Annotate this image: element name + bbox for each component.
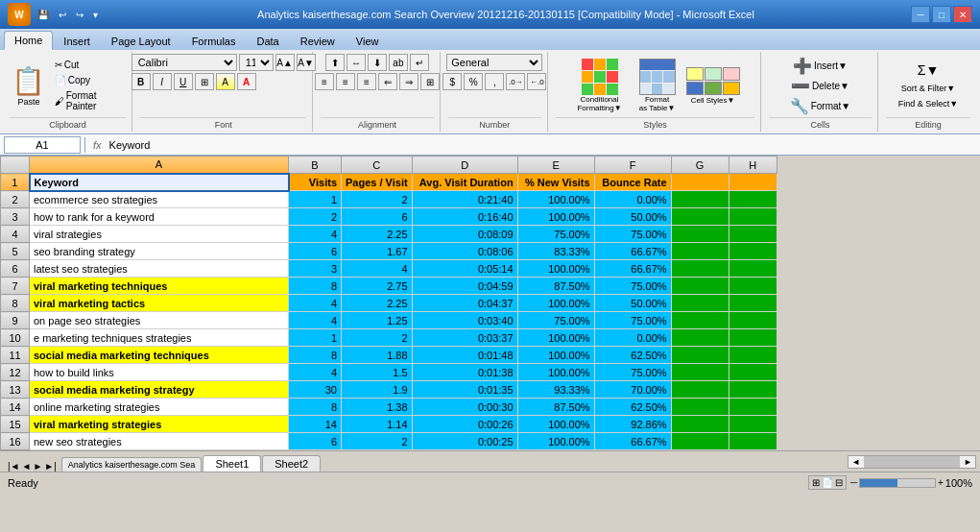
cell-D6[interactable]: 0:05:14 [412, 260, 517, 278]
sheet-tab-sheet1[interactable]: Sheet1 [203, 455, 261, 472]
cell-E3[interactable]: 100.00% [517, 208, 594, 226]
row-number-10[interactable]: 10 [1, 329, 30, 347]
page-break-btn[interactable]: ⊟ [835, 477, 843, 488]
underline-button[interactable]: U [174, 73, 193, 90]
scroll-left-btn[interactable]: ◄ [849, 457, 863, 467]
cell-D3[interactable]: 0:16:40 [412, 208, 517, 226]
col-header-a[interactable]: A [30, 157, 289, 174]
cell-G4[interactable] [671, 226, 729, 243]
cell-C11[interactable]: 1.88 [342, 347, 413, 364]
cell-A12[interactable]: how to build links [30, 364, 289, 381]
cell-D12[interactable]: 0:01:38 [412, 364, 517, 381]
cell-B6[interactable]: 3 [289, 260, 342, 278]
cell-F14[interactable]: 62.50% [594, 399, 671, 416]
col-header-f[interactable]: F [594, 157, 671, 174]
zoom-in-btn[interactable]: + [938, 477, 944, 488]
row-number-4[interactable]: 4 [1, 226, 30, 243]
cell-E16[interactable]: 100.00% [517, 433, 594, 450]
increase-indent-btn[interactable]: ⇒ [399, 73, 418, 90]
normal-view-btn[interactable]: ⊞ [812, 477, 820, 488]
cell-C6[interactable]: 4 [342, 260, 413, 278]
cell-E6[interactable]: 100.00% [517, 260, 594, 278]
align-center-btn[interactable]: ≡ [336, 73, 355, 90]
cell-C3[interactable]: 6 [342, 208, 413, 226]
merge-btn[interactable]: ⊞ [420, 73, 440, 90]
cell-D1[interactable]: Avg. Visit Duration [412, 174, 517, 191]
cell-C7[interactable]: 2.75 [342, 278, 413, 295]
row-number-5[interactable]: 5 [1, 243, 30, 260]
cell-E4[interactable]: 75.00% [517, 226, 594, 243]
col-header-g[interactable]: G [671, 157, 729, 174]
cell-G14[interactable] [671, 399, 729, 416]
sheet-last-btn[interactable]: ►| [44, 461, 57, 472]
cell-H12[interactable] [729, 364, 777, 381]
cell-B16[interactable]: 6 [289, 433, 342, 450]
decrease-font-btn[interactable]: A▼ [297, 54, 316, 71]
cell-D8[interactable]: 0:04:37 [412, 295, 517, 312]
cell-C9[interactable]: 1.25 [342, 312, 413, 329]
decrease-indent-btn[interactable]: ⇐ [378, 73, 397, 90]
cell-C10[interactable]: 2 [342, 329, 413, 347]
cell-B12[interactable]: 4 [289, 364, 342, 381]
cell-D9[interactable]: 0:03:40 [412, 312, 517, 329]
cell-A14[interactable]: online marketing strategies [30, 399, 289, 416]
cell-H5[interactable] [729, 243, 777, 260]
row-number-6[interactable]: 6 [1, 260, 30, 278]
close-btn[interactable]: ✕ [953, 6, 972, 23]
increase-decimal-btn[interactable]: .0→ [506, 73, 525, 90]
cell-A3[interactable]: how to rank for a keyword [30, 208, 289, 226]
cell-C16[interactable]: 2 [342, 433, 413, 450]
quick-dropdown-btn[interactable]: ▾ [90, 9, 101, 21]
tab-formulas[interactable]: Formulas [181, 32, 247, 50]
sum-button[interactable]: Σ▼ [913, 60, 944, 80]
insert-btn[interactable]: Insert▼ [814, 60, 848, 71]
text-orient-btn[interactable]: ab [389, 54, 408, 71]
cell-F12[interactable]: 75.00% [594, 364, 671, 381]
cell-G7[interactable] [671, 278, 729, 295]
cell-C1[interactable]: Pages / Visit [342, 174, 413, 191]
cell-C14[interactable]: 1.38 [342, 399, 413, 416]
scroll-right-btn[interactable]: ► [961, 457, 975, 467]
font-name-select[interactable]: Calibri [131, 54, 237, 71]
cell-F7[interactable]: 75.00% [594, 278, 671, 295]
cell-G1[interactable] [671, 174, 729, 191]
cell-B9[interactable]: 4 [289, 312, 342, 329]
cell-B8[interactable]: 4 [289, 295, 342, 312]
cell-A7[interactable]: viral marketing techniques [30, 278, 289, 295]
cell-H4[interactable] [729, 226, 777, 243]
cell-B3[interactable]: 2 [289, 208, 342, 226]
align-right-btn[interactable]: ≡ [357, 73, 376, 90]
cell-H10[interactable] [729, 329, 777, 347]
cell-F4[interactable]: 75.00% [594, 226, 671, 243]
cell-F3[interactable]: 50.00% [594, 208, 671, 226]
horizontal-scrollbar[interactable]: ◄ ► [324, 455, 980, 469]
cell-B5[interactable]: 6 [289, 243, 342, 260]
cell-G11[interactable] [671, 347, 729, 364]
style-swatch-2[interactable] [705, 67, 722, 81]
number-format-select[interactable]: General [446, 54, 542, 71]
cell-C8[interactable]: 2.25 [342, 295, 413, 312]
cell-H11[interactable] [729, 347, 777, 364]
cell-B2[interactable]: 1 [289, 191, 342, 208]
cell-F6[interactable]: 66.67% [594, 260, 671, 278]
format-painter-button[interactable]: 🖌Format Painter [50, 88, 126, 113]
cell-F13[interactable]: 70.00% [594, 381, 671, 399]
italic-button[interactable]: I [153, 73, 172, 90]
cell-F15[interactable]: 92.86% [594, 416, 671, 433]
row-number-8[interactable]: 8 [1, 295, 30, 312]
cell-E13[interactable]: 93.33% [517, 381, 594, 399]
row-number-1[interactable]: 1 [1, 174, 30, 191]
cell-C5[interactable]: 1.67 [342, 243, 413, 260]
cell-G10[interactable] [671, 329, 729, 347]
sheet-first-btn[interactable]: |◄ [8, 461, 20, 472]
cell-E15[interactable]: 100.00% [517, 416, 594, 433]
cell-H13[interactable] [729, 381, 777, 399]
cell-H8[interactable] [729, 295, 777, 312]
cell-B13[interactable]: 30 [289, 381, 342, 399]
formula-input[interactable] [109, 136, 976, 154]
format-as-table-btn[interactable]: Formatas Table▼ [633, 56, 682, 115]
cell-E14[interactable]: 87.50% [517, 399, 594, 416]
cell-B14[interactable]: 8 [289, 399, 342, 416]
cell-styles-label[interactable]: Cell Styles▼ [686, 96, 740, 105]
cell-E10[interactable]: 100.00% [517, 329, 594, 347]
